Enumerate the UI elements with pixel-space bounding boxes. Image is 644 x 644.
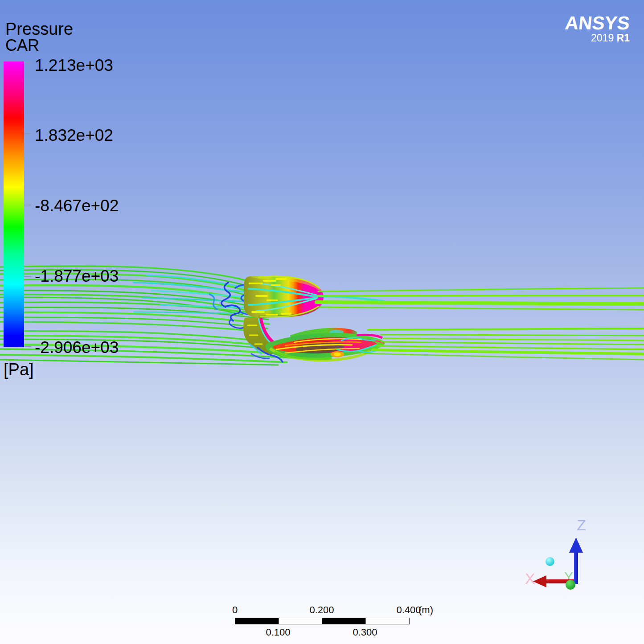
scale-bar	[235, 618, 410, 624]
upper-body	[244, 276, 384, 318]
scale-ruler: 0 0.200 0.400 (m) 0.100 0.300	[235, 599, 431, 639]
ansys-logo: ANSYS 2019 R1	[565, 14, 630, 43]
colorbar-tick	[24, 133, 31, 134]
triad-z-arrowhead[interactable]	[569, 537, 583, 553]
viewport-3d[interactable]: Z X Y Pressure CAR 1.213e+03 1.832e+02 -…	[0, 0, 644, 644]
colorbar-tick	[24, 346, 31, 347]
colorbar-label: -2.906e+03	[35, 339, 119, 356]
scale-label-0100: 0.100	[266, 627, 290, 638]
ansys-version-release: R1	[617, 32, 630, 44]
scale-label-0: 0	[232, 604, 238, 616]
triad-y-origin-ball[interactable]	[566, 580, 575, 590]
colorbar-label: 1.832e+02	[35, 127, 113, 144]
ansys-wordmark: ANSYS	[564, 14, 631, 32]
triad-z-axis[interactable]	[574, 552, 578, 584]
colorbar-label: -8.467e+02	[35, 197, 119, 214]
colorbar-tick	[24, 276, 31, 277]
colorbar-label: 1.213e+03	[35, 57, 113, 74]
scale-label-0200: 0.200	[309, 604, 334, 616]
scale-segment	[365, 618, 410, 624]
ansys-version: 2019 R1	[565, 33, 630, 43]
colorbar-tick	[24, 205, 31, 205]
scale-segment	[235, 618, 279, 624]
legend-unit: [Pa]	[4, 360, 34, 379]
triad-screen-ball[interactable]	[546, 557, 554, 566]
axis-triad[interactable]: Z X Y	[525, 517, 586, 590]
scale-unit: (m)	[418, 604, 433, 616]
scale-label-0300: 0.300	[353, 627, 377, 638]
scale-label-0400: 0.400	[396, 604, 421, 616]
colorbar-label: -1.877e+03	[35, 268, 119, 284]
scale-segment	[279, 618, 323, 624]
triad-x-label: X	[525, 570, 535, 587]
legend-title: Pressure	[5, 21, 73, 37]
triad-z-label: Z	[577, 517, 586, 533]
legend-colorbar	[4, 62, 24, 347]
scale-segment	[322, 618, 365, 624]
ansys-version-year: 2019	[591, 32, 614, 44]
scene-3d[interactable]: Z X Y	[0, 0, 644, 644]
colorbar-tick	[24, 62, 31, 63]
legend-subtitle: CAR	[5, 37, 39, 53]
